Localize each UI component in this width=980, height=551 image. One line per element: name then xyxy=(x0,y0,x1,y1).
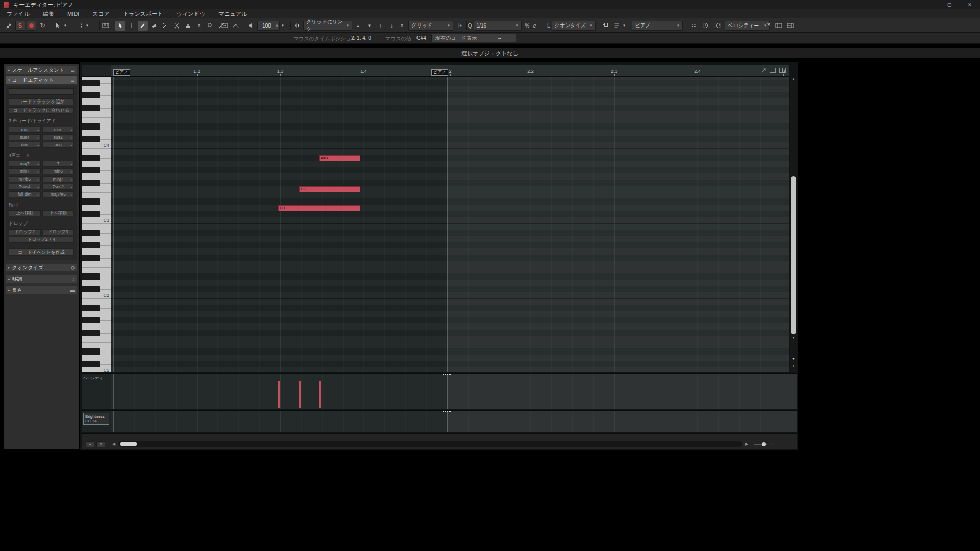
insert-velocity-box[interactable]: 100 ▲▼ xyxy=(257,21,280,31)
piano-key-black[interactable] xyxy=(82,305,100,311)
zoom-slider-handle[interactable] xyxy=(762,442,766,446)
scroll-right-icon[interactable]: ▶ xyxy=(745,442,748,446)
chord-min-button[interactable]: min.▸ xyxy=(42,127,75,133)
event-list-icon[interactable] xyxy=(611,21,621,31)
piano-key-black[interactable] xyxy=(82,80,100,86)
drop3-button[interactable]: ドロップ3 xyxy=(42,229,75,235)
piano-key-black[interactable] xyxy=(82,348,100,355)
iterative-quantize-icon[interactable]: e xyxy=(533,22,536,29)
acoustic-feedback-icon[interactable] xyxy=(101,21,110,31)
chord-sus4-button[interactable]: sus4▸ xyxy=(9,134,41,140)
scroll-up-icon[interactable]: ▲ xyxy=(790,77,797,81)
piano-key-black[interactable] xyxy=(82,92,100,98)
menu-file[interactable]: ファイル xyxy=(0,10,36,18)
match-chord-track-button[interactable]: コードトラックに合わせる xyxy=(9,107,74,114)
setup-window-icon[interactable] xyxy=(785,21,795,31)
add-chord-track-button[interactable]: コードトラックを追加 xyxy=(9,98,74,105)
minimize-button[interactable]: – xyxy=(919,0,939,9)
chord-dim-button[interactable]: dim▸ xyxy=(9,142,41,148)
vertical-scroll-thumb[interactable] xyxy=(791,176,796,334)
chord-min6-button[interactable]: min6▸ xyxy=(42,168,75,174)
grid-link-icon[interactable] xyxy=(292,21,302,31)
part-tag[interactable]: ピアノ xyxy=(113,69,130,76)
pin-icon[interactable] xyxy=(4,21,14,31)
velocity-lane-body[interactable] xyxy=(111,374,797,409)
piano-key-black[interactable] xyxy=(82,286,100,292)
drop2-4-button[interactable]: ドロップ2 + 4 xyxy=(9,237,74,243)
nudge-up-icon[interactable]: ▲ xyxy=(353,21,363,31)
insert-velocity-value[interactable]: 100 xyxy=(258,23,276,29)
move-down-icon[interactable]: ↓ xyxy=(387,21,397,31)
horizontal-scrollbar[interactable] xyxy=(118,441,742,447)
mute-tool[interactable]: × xyxy=(194,21,204,31)
midi-note[interactable]: D3 xyxy=(278,205,360,211)
snap-type-icon[interactable]: -|+ xyxy=(457,23,462,28)
open-in-lower-zone-icon[interactable] xyxy=(763,21,772,31)
cc-lane-body[interactable] xyxy=(111,411,797,432)
chord-m7b5-button[interactable]: m7/b5▸ xyxy=(9,176,41,182)
section-length[interactable]: ▸ 長さ ▬ xyxy=(6,286,77,294)
piano-key-black[interactable] xyxy=(82,330,100,336)
solo-editor-button[interactable]: S xyxy=(15,21,25,31)
ruler-zoom-icon[interactable] xyxy=(761,67,766,73)
inversion-down-button[interactable]: 下へ移動 xyxy=(42,210,75,216)
trim-tool[interactable] xyxy=(127,21,136,31)
chord-fulldim-button[interactable]: full dim▸ xyxy=(9,191,41,197)
menu-midi[interactable]: MIDI xyxy=(61,11,86,17)
pointer-mode-icon[interactable] xyxy=(53,21,62,31)
length-quantize-combo[interactable]: グリッドにリンク ▼ xyxy=(303,21,352,31)
velocity-bar[interactable] xyxy=(299,381,301,408)
menu-manual[interactable]: マニュアル xyxy=(212,10,254,18)
object-select-icon[interactable] xyxy=(75,21,84,31)
maximize-button[interactable]: ▢ xyxy=(939,0,960,9)
part-editing-mode-icon[interactable] xyxy=(231,21,240,31)
piano-key-black[interactable] xyxy=(82,155,100,161)
create-chord-event-button[interactable]: コードイベントを作成 xyxy=(9,248,74,256)
piano-keyboard[interactable]: C4C3C2C1 xyxy=(82,77,111,372)
horizontal-scroll-thumb[interactable] xyxy=(120,442,137,446)
section-chord-edit[interactable]: ▾ コードエディット ≣ xyxy=(6,76,77,84)
velocity-spinner[interactable]: ▲▼ xyxy=(276,23,279,28)
playhead-cursor[interactable] xyxy=(395,77,395,372)
velocity-lane-header[interactable]: ベロシティー xyxy=(82,374,111,409)
select-tool[interactable] xyxy=(115,21,125,31)
piano-key-black[interactable] xyxy=(82,167,100,173)
part-tag[interactable]: ピアノ xyxy=(431,69,448,76)
section-scale-assistant[interactable]: ▸ スケールアシスタント ≣ xyxy=(6,66,77,74)
piano-key-black[interactable] xyxy=(82,242,100,248)
scroll-down-icon[interactable]: ▼ xyxy=(790,336,797,339)
grid-type-combo[interactable]: グリッド ▼ xyxy=(408,21,453,31)
piano-key-black[interactable] xyxy=(82,123,100,130)
velocity-bar[interactable] xyxy=(278,381,280,408)
cc-lane-header[interactable]: Brightness CC 74 xyxy=(82,411,111,432)
horizontal-zoom-in-icon[interactable]: + xyxy=(771,442,773,446)
section-transpose[interactable]: ▸ 移調 ↕ xyxy=(6,275,77,283)
zoom-dot-icon[interactable]: ● xyxy=(790,356,797,361)
piano-key-black[interactable] xyxy=(82,255,100,261)
quantize-apply-combo[interactable]: クオンタイズ ▼ xyxy=(552,21,596,31)
piano-key-black[interactable] xyxy=(82,317,100,323)
grid-overlay-icon[interactable] xyxy=(689,21,699,31)
horizontal-zoom-slider[interactable] xyxy=(754,444,767,445)
zoom-in-icon[interactable]: + xyxy=(790,364,797,368)
note-grid[interactable]: A#3F3D3 xyxy=(111,77,789,372)
close-button[interactable]: ✕ xyxy=(960,0,980,9)
midi-note[interactable]: A#3 xyxy=(319,155,360,161)
chord-7sus2-button[interactable]: 7sus2▸ xyxy=(42,184,75,190)
section-quantize[interactable]: ▸ クオンタイズ Q xyxy=(6,264,77,271)
piano-key-black[interactable] xyxy=(82,230,100,236)
scroll-left-icon[interactable]: ◀ xyxy=(112,442,115,446)
move-up-icon[interactable]: ↑ xyxy=(376,21,385,31)
swing-icon[interactable]: % xyxy=(525,23,530,29)
piano-key-black[interactable] xyxy=(82,136,100,142)
ruler-options-icon[interactable] xyxy=(770,68,776,73)
piano-key-black[interactable] xyxy=(82,273,100,280)
autoscroll-icon[interactable] xyxy=(219,21,229,31)
chord-min7-button[interactable]: min7▸ xyxy=(9,168,41,174)
split-tool[interactable] xyxy=(172,21,181,31)
menu-edit[interactable]: 編集 xyxy=(36,10,61,18)
midi-note[interactable]: F3 xyxy=(299,186,360,192)
chord-7sus4-button[interactable]: 7sus4▸ xyxy=(9,184,41,190)
lane-preset-caret[interactable]: ▼ xyxy=(96,441,105,447)
cc-lane-selector[interactable]: Brightness CC 74 xyxy=(83,413,109,425)
